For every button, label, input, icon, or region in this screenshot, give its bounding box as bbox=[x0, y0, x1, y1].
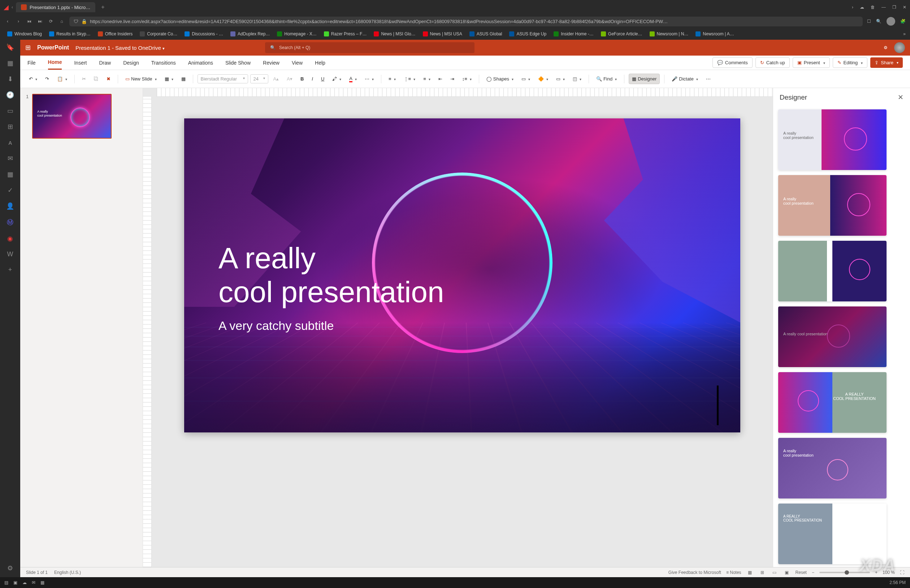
reading-view-icon[interactable]: ▭ bbox=[771, 569, 778, 576]
slideshow-view-icon[interactable]: ▣ bbox=[783, 569, 790, 576]
chevron-down-icon[interactable] bbox=[822, 60, 825, 65]
taskbar-clock[interactable]: 2:56 PM bbox=[889, 580, 906, 585]
bookmark-item[interactable]: Discussions - … bbox=[182, 30, 226, 38]
designer-button[interactable]: ▦ Designer bbox=[629, 74, 660, 84]
font-size-select[interactable]: 24▾ bbox=[250, 74, 268, 83]
design-option[interactable]: A REALLYCOOL PRESENTATION bbox=[778, 372, 887, 433]
new-slide-button[interactable]: ▭ New Slide bbox=[123, 74, 160, 84]
bookmark-item[interactable]: AdDuplex Rep… bbox=[228, 30, 273, 38]
paste-button[interactable]: 📋 bbox=[54, 74, 70, 84]
back-icon[interactable]: ‹ bbox=[4, 19, 11, 24]
minimize-icon[interactable]: — bbox=[881, 5, 886, 10]
quick-styles-button[interactable]: ◫ bbox=[570, 74, 584, 84]
reload-icon[interactable]: ⟳ bbox=[48, 19, 54, 24]
decrease-font-button[interactable]: A▾ bbox=[284, 74, 296, 84]
maximize-icon[interactable]: ❐ bbox=[892, 5, 896, 10]
document-title[interactable]: Presentation 1 - Saved to OneDrive ▾ bbox=[76, 45, 165, 51]
design-option[interactable] bbox=[778, 241, 887, 301]
format-painter-button[interactable]: ✖ bbox=[103, 74, 113, 84]
undo-button[interactable]: ↶ bbox=[26, 74, 40, 84]
fit-to-window-icon[interactable]: ⛶ bbox=[900, 570, 904, 575]
sync-icon[interactable]: ☁ bbox=[860, 5, 864, 10]
copy-button[interactable]: ⿻ bbox=[91, 74, 102, 84]
home-icon[interactable]: ⌂ bbox=[58, 19, 65, 24]
add-panel-icon[interactable]: + bbox=[8, 266, 12, 274]
ribbon-tab-slide-show[interactable]: Slide Show bbox=[225, 56, 251, 69]
close-window-icon[interactable]: ✕ bbox=[903, 5, 907, 10]
slide-counter[interactable]: Slide 1 of 1 bbox=[26, 570, 48, 575]
bookmark-item[interactable]: Results in Skyp… bbox=[46, 30, 94, 38]
arrange-button[interactable]: ▭ bbox=[519, 74, 533, 84]
extensions-icon[interactable]: 🧩 bbox=[900, 19, 906, 24]
bookmark-item[interactable]: News | MSI Glo… bbox=[371, 30, 418, 38]
ribbon-tab-design[interactable]: Design bbox=[123, 56, 139, 69]
address-bar[interactable]: 🛡 🔒 https://onedrive.live.com/edit.aspx?… bbox=[70, 16, 863, 26]
ribbon-tab-view[interactable]: View bbox=[292, 56, 302, 69]
canvas-area[interactable]: A reallycool presentation A very catchy … bbox=[152, 97, 773, 567]
bookmark-item[interactable]: ASUS Edge Up bbox=[506, 30, 549, 38]
indent-dec-button[interactable]: ⇤ bbox=[435, 74, 445, 84]
shapes-button[interactable]: ◯ Shapes bbox=[483, 74, 516, 84]
contacts-icon[interactable]: 👤 bbox=[6, 202, 14, 210]
history-icon[interactable]: 🕘 bbox=[6, 91, 14, 99]
highlight-button[interactable]: 🖍 bbox=[329, 74, 344, 84]
bookmark-item[interactable]: GeForce Article… bbox=[598, 30, 645, 38]
ribbon-tab-home[interactable]: Home bbox=[48, 56, 62, 69]
settings-gear-icon[interactable]: ⚙ bbox=[884, 45, 887, 50]
bookmark-item[interactable]: Insider Home -… bbox=[551, 30, 596, 38]
numbering-button[interactable]: ⋮≡ bbox=[401, 74, 419, 84]
mail-icon[interactable]: ✉ bbox=[8, 155, 13, 162]
shape-fill-button[interactable]: 🔶 bbox=[535, 74, 551, 84]
ribbon-tab-transitions[interactable]: Transitions bbox=[151, 56, 176, 69]
search-icon[interactable]: 🔍 bbox=[876, 19, 881, 24]
present-button[interactable]: ▣Present bbox=[793, 57, 830, 68]
bookmark-item[interactable]: News | MSI USA bbox=[420, 30, 465, 38]
ribbon-tab-help[interactable]: Help bbox=[315, 56, 325, 69]
indent-inc-button[interactable]: ⇥ bbox=[448, 74, 457, 84]
close-pane-icon[interactable]: ✕ bbox=[898, 93, 904, 102]
bookmarks-panel-icon[interactable]: 🔖 bbox=[6, 43, 14, 51]
slide-thumbnail[interactable]: A really cool presentation bbox=[32, 94, 112, 139]
browser-tab[interactable]: Presentation 1.pptx - Micro… bbox=[16, 2, 95, 12]
dictate-button[interactable]: 🎤 Dictate bbox=[669, 74, 701, 84]
bookmark-icon[interactable]: ☐ bbox=[867, 19, 871, 24]
comments-button[interactable]: 💬Comments bbox=[713, 57, 753, 68]
app-launcher-icon[interactable]: ⊞ bbox=[25, 44, 31, 52]
rewind-icon[interactable]: ⏮ bbox=[26, 19, 32, 24]
taskbar-calendar-icon[interactable]: ▦ bbox=[40, 580, 44, 585]
notes-toggle[interactable]: ≡ Notes bbox=[726, 570, 741, 575]
window-panel-icon[interactable]: ⊞ bbox=[8, 123, 13, 131]
forward-icon[interactable]: › bbox=[15, 19, 22, 24]
layout-button[interactable]: ▦ bbox=[162, 74, 176, 84]
ribbon-tab-animations[interactable]: Animations bbox=[188, 56, 213, 69]
share-button[interactable]: ⇪Share▾ bbox=[870, 57, 903, 68]
reset-button[interactable]: ▩ bbox=[178, 74, 189, 84]
bold-button[interactable]: B bbox=[297, 74, 307, 84]
font-family-select[interactable]: Bierstadt Regular▾ bbox=[197, 74, 248, 83]
design-option[interactable]: A really cool presentation bbox=[778, 307, 887, 367]
taskbar-menu-icon[interactable]: ▤ bbox=[4, 580, 8, 585]
ribbon-tab-review[interactable]: Review bbox=[263, 56, 280, 69]
bookmark-item[interactable]: ASUS Global bbox=[467, 30, 505, 38]
vivaldi-icon[interactable]: ◢ bbox=[3, 3, 9, 11]
zoom-reset[interactable]: Reset bbox=[795, 570, 807, 575]
bookmark-item[interactable]: Newsroom | A… bbox=[693, 30, 737, 38]
bookmark-item[interactable]: Corporate Co… bbox=[137, 30, 180, 38]
editing-mode-button[interactable]: ✎Editing bbox=[833, 57, 868, 68]
bookmark-item[interactable]: Homepage - X… bbox=[274, 30, 319, 38]
ribbon-tab-insert[interactable]: Insert bbox=[74, 56, 87, 69]
ribbon-tab-file[interactable]: File bbox=[27, 56, 36, 69]
cut-button[interactable]: ✂ bbox=[79, 74, 89, 84]
account-avatar[interactable] bbox=[894, 42, 905, 53]
settings-icon[interactable]: ⚙ bbox=[7, 564, 13, 572]
notes-icon[interactable]: ▭ bbox=[7, 107, 13, 115]
taskbar-screenshot-icon[interactable]: ▣ bbox=[13, 580, 17, 585]
bookmark-item[interactable]: Razer Press – F… bbox=[321, 30, 370, 38]
bookmark-item[interactable]: Newsroom | N… bbox=[647, 30, 692, 38]
designer-options-list[interactable]: A reallycool presentation A reallycool p… bbox=[773, 107, 910, 567]
downloads-icon[interactable]: ⬇ bbox=[8, 75, 13, 83]
bookmark-item[interactable]: Office Insiders bbox=[95, 30, 136, 38]
bookmarks-overflow-icon[interactable]: » bbox=[903, 31, 906, 36]
taskbar-cloud-icon[interactable]: ☁ bbox=[23, 580, 27, 585]
shape-outline-button[interactable]: ▭ bbox=[553, 74, 568, 84]
